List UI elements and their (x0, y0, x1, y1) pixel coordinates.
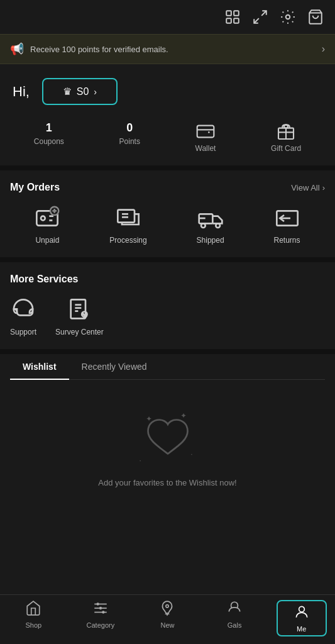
nav-category[interactable]: Category (75, 600, 126, 636)
svg-rect-8 (197, 126, 214, 138)
svg-line-5 (254, 18, 259, 23)
stat-giftcard[interactable]: Gift Card (271, 121, 301, 153)
order-unpaid[interactable]: Unpaid (35, 206, 60, 245)
survey-icon (67, 297, 92, 323)
service-support[interactable]: Support (10, 297, 36, 336)
services-header: More Services (10, 274, 325, 285)
nav-shop[interactable]: Shop (8, 600, 58, 636)
sparkle-icon-3: · (190, 450, 192, 458)
calendar-icon[interactable] (224, 9, 241, 28)
support-label: Support (10, 328, 36, 336)
svg-line-4 (261, 11, 266, 16)
svg-point-14 (41, 216, 45, 221)
new-icon (159, 600, 175, 619)
stat-wallet[interactable]: Wallet (195, 121, 216, 153)
order-processing[interactable]: Processing (109, 206, 146, 245)
order-returns[interactable]: Returns (273, 206, 300, 245)
nav-gals-label: Gals (228, 621, 242, 629)
returns-icon (275, 206, 300, 231)
tab-recently-viewed[interactable]: Recently Viewed (69, 354, 160, 379)
service-survey[interactable]: Survey Center (55, 297, 104, 336)
svg-point-6 (286, 15, 290, 19)
points-value: 0 (126, 121, 133, 135)
stat-points[interactable]: 0 Points (119, 121, 140, 153)
wishlist-empty-text: Add your favorites to the Wishlist now! (98, 478, 236, 487)
top-bar (0, 0, 335, 34)
gals-icon (226, 600, 243, 619)
unpaid-icon (35, 206, 60, 231)
survey-label: Survey Center (55, 328, 104, 336)
divider-2 (0, 257, 335, 262)
notification-banner[interactable]: 📢 Receive 100 points for verified emails… (0, 34, 335, 64)
banner-arrow: › (322, 43, 325, 55)
svg-point-35 (99, 607, 102, 609)
nav-me-label: Me (297, 625, 306, 633)
bottom-spacer (0, 510, 335, 560)
speaker-icon: 📢 (10, 42, 24, 56)
wishlist-section: Wishlist Recently Viewed ✦ ✦ · · Add you… (0, 354, 335, 510)
giftcard-label: Gift Card (271, 144, 301, 153)
order-shipped[interactable]: Shipped (197, 206, 224, 245)
svg-rect-2 (226, 18, 231, 23)
services-title: More Services (10, 274, 79, 285)
svg-point-37 (102, 611, 104, 613)
heart-icon-wrap: ✦ ✦ · · (140, 411, 196, 468)
wallet-label: Wallet (195, 144, 216, 153)
orders-row: Unpaid Processing Shipped Returns (10, 203, 325, 251)
membership-arrow-icon: › (94, 87, 97, 97)
banner-text: Receive 100 points for verified emails. (30, 45, 316, 54)
unpaid-label: Unpaid (35, 236, 59, 245)
my-orders-section: My Orders View All › Unpaid Processing S… (0, 170, 335, 257)
sparkle-icon-2: ✦ (180, 411, 187, 420)
nav-new[interactable]: New (142, 600, 192, 636)
nav-me[interactable]: Me (277, 600, 327, 636)
processing-icon (116, 206, 141, 231)
svg-point-33 (96, 602, 99, 605)
wallet-icon (195, 121, 216, 142)
me-icon (294, 604, 310, 623)
view-all-button[interactable]: View All › (291, 183, 325, 192)
wishlist-empty-state: ✦ ✦ · · Add your favorites to the Wishli… (10, 392, 325, 500)
bottom-nav: Shop Category New Gals Me (0, 594, 335, 644)
stat-coupons[interactable]: 1 Coupons (34, 121, 64, 153)
crown-icon: ♛ (63, 86, 72, 97)
coupons-label: Coupons (34, 137, 64, 146)
svg-point-38 (166, 605, 168, 608)
category-icon (92, 600, 109, 619)
view-all-label: View All (291, 183, 319, 192)
sparkle-icon-1: ✦ (146, 414, 152, 423)
nav-new-label: New (160, 621, 174, 629)
nav-category-label: Category (87, 621, 115, 629)
divider-1 (0, 165, 335, 170)
returns-label: Returns (273, 236, 300, 245)
coupons-value: 1 (46, 121, 52, 135)
svg-rect-0 (226, 11, 231, 16)
orders-title: My Orders (10, 182, 60, 193)
svg-rect-3 (234, 18, 239, 23)
support-icon (11, 297, 36, 323)
services-row: Support Survey Center (10, 295, 325, 343)
svg-point-39 (299, 606, 304, 612)
shipped-label: Shipped (197, 236, 224, 245)
shop-icon (25, 600, 41, 619)
svg-rect-18 (118, 210, 135, 223)
more-services-section: More Services Support Survey Center (0, 262, 335, 349)
stats-row: 1 Coupons 0 Points Wallet Gift Card (0, 115, 335, 165)
svg-point-23 (216, 223, 220, 228)
points-label: Points (119, 137, 140, 146)
svg-rect-1 (234, 11, 239, 16)
nav-shop-label: Shop (25, 621, 41, 629)
sparkle-icon-4: · (140, 456, 141, 465)
membership-card[interactable]: ♛ S0 › (42, 78, 118, 105)
tab-wishlist[interactable]: Wishlist (10, 354, 69, 379)
svg-point-22 (201, 223, 206, 228)
wishlist-tabs: Wishlist Recently Viewed (10, 354, 325, 380)
settings-icon[interactable] (280, 9, 296, 28)
expand-icon[interactable] (252, 9, 268, 28)
shipped-icon (198, 206, 223, 231)
cart-icon[interactable] (307, 9, 324, 28)
divider-3 (0, 349, 335, 354)
profile-section: Hi, ♛ S0 › (0, 64, 335, 115)
view-all-arrow-icon: › (322, 183, 325, 192)
nav-gals[interactable]: Gals (209, 600, 260, 636)
